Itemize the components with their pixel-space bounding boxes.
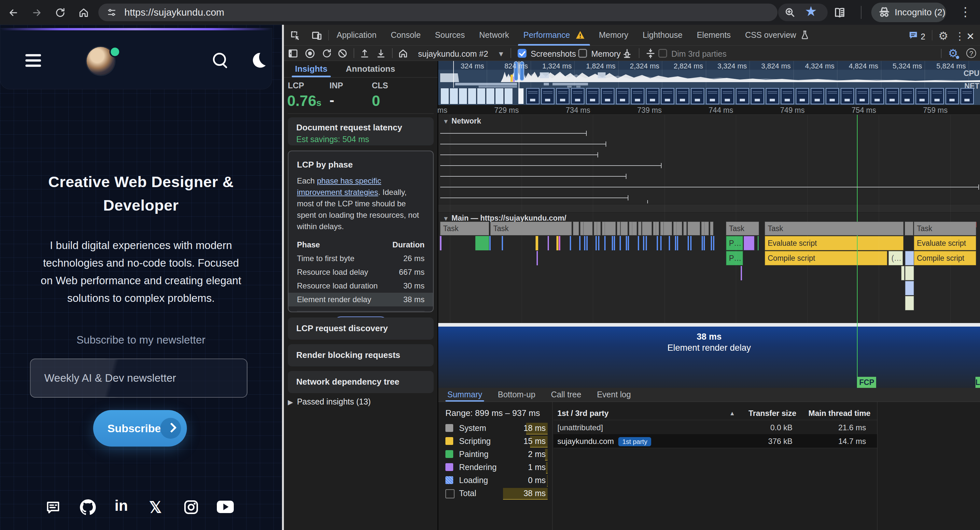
filmstrip-screenshot[interactable]: [616, 88, 629, 104]
screenshots-checkbox[interactable]: [518, 49, 527, 58]
beige-block-2[interactable]: [905, 296, 914, 310]
filmstrip-frame[interactable]: [459, 88, 467, 104]
filmstrip-screenshot[interactable]: [870, 88, 884, 104]
lcp-discovery-card[interactable]: LCP request discovery: [288, 318, 434, 340]
dark-mode-icon[interactable]: [250, 51, 267, 69]
filmstrip-screenshot[interactable]: [900, 88, 914, 104]
issues-icon[interactable]: [908, 30, 918, 40]
url-bar[interactable]: https://sujaykundu.com: [98, 3, 778, 21]
perf-settings-gear-icon[interactable]: ⚙: [948, 46, 958, 60]
filmstrip-screenshot[interactable]: [631, 88, 644, 104]
record-icon[interactable]: [305, 49, 315, 58]
blog-comment-icon[interactable]: [45, 499, 61, 515]
task-sliver[interactable]: [620, 222, 628, 235]
phase-row-load-delay[interactable]: Resource load delay667 ms: [288, 265, 433, 279]
task-sliver[interactable]: [656, 222, 659, 235]
task-sliver[interactable]: [597, 222, 601, 235]
screenshots-label[interactable]: Screenshots: [531, 49, 576, 59]
toggle-panel-icon[interactable]: [288, 48, 298, 59]
task-segment[interactable]: Task: [490, 222, 572, 235]
devtools-close-icon[interactable]: ✕: [966, 30, 974, 42]
legend-painting[interactable]: Painting2 ms: [445, 448, 547, 461]
tab-call-tree[interactable]: Call tree: [549, 388, 583, 402]
evaluate-script-block[interactable]: Evaluate script: [765, 236, 904, 250]
timeline-overview[interactable]: CPU NET 324 ms824 ms1,324 ms1,824 ms2,32…: [438, 61, 980, 105]
tab-elements[interactable]: Elements: [690, 25, 738, 46]
paint-block-2[interactable]: P…: [726, 251, 743, 265]
newsletter-input[interactable]: Weekly AI & Dev newsletter: [30, 359, 247, 398]
record-reload-icon[interactable]: [322, 48, 332, 59]
tab-performance[interactable]: Performance: [516, 25, 592, 46]
row-unattributed[interactable]: [unattributed]: [557, 423, 603, 432]
legend-scripting[interactable]: Scripting15 ms: [445, 435, 547, 448]
task-segment[interactable]: Task: [914, 222, 976, 235]
network-request-line[interactable]: [440, 187, 978, 187]
menu-icon[interactable]: [25, 54, 41, 70]
devtools-menu-icon[interactable]: ⋮: [955, 30, 965, 42]
beige-block-1[interactable]: [905, 266, 914, 280]
lcp-badge-clipped[interactable]: L: [975, 377, 980, 388]
filmstrip-screenshot[interactable]: [571, 88, 584, 104]
filmstrip-screenshot[interactable]: [556, 88, 570, 104]
tab-summary[interactable]: Summary: [445, 388, 484, 402]
home-icon[interactable]: [78, 7, 89, 18]
filmstrip-screenshot[interactable]: [586, 88, 600, 104]
doc-latency-card[interactable]: Document request latency Est savings: 50…: [288, 117, 434, 145]
task-sliver[interactable]: [660, 222, 663, 235]
settings-gear-icon[interactable]: ⚙: [938, 29, 948, 42]
garbage-collect-icon[interactable]: [622, 48, 632, 59]
toolbar-home-icon[interactable]: [398, 48, 408, 59]
task-sliver[interactable]: [632, 222, 637, 235]
cache-script-block[interactable]: (…: [889, 251, 903, 265]
filmstrip-screenshot[interactable]: [676, 88, 689, 104]
zoom-search-icon[interactable]: [784, 6, 796, 18]
youtube-icon[interactable]: [217, 501, 234, 513]
fit-window-icon[interactable]: [645, 48, 656, 59]
tab-console[interactable]: Console: [383, 25, 428, 46]
filmstrip-screenshot[interactable]: [796, 88, 809, 104]
tab-event-log[interactable]: Event log: [595, 388, 633, 402]
network-request-line[interactable]: [440, 144, 606, 144]
task-sliver[interactable]: [704, 222, 709, 235]
legend-system[interactable]: System18 ms: [445, 422, 547, 435]
filmstrip-screenshot[interactable]: [856, 88, 869, 104]
lcp-phase-card[interactable]: LCP by phase Each phase has specific imp…: [288, 151, 434, 312]
phase-row-render-delay[interactable]: Element render delay38 ms: [288, 293, 433, 307]
compile-script-block-2[interactable]: Compile script: [914, 251, 976, 265]
network-request-line[interactable]: [440, 165, 661, 166]
main-track-header[interactable]: ▼Main — https://sujaykundu.com/: [443, 214, 566, 223]
legend-loading[interactable]: Loading0 ms: [445, 474, 547, 487]
filmstrip-frame[interactable]: [487, 88, 494, 104]
task-segment[interactable]: [905, 222, 913, 235]
filmstrip-screenshot[interactable]: [931, 88, 944, 104]
filmstrip-screenshot[interactable]: [691, 88, 704, 104]
memory-checkbox[interactable]: [578, 49, 587, 58]
tab-memory[interactable]: Memory: [592, 25, 636, 46]
filmstrip-screenshot[interactable]: [751, 88, 764, 104]
url-text[interactable]: https://sujaykundu.com: [124, 7, 224, 18]
row-firstparty[interactable]: sujaykundu.com1st party: [557, 437, 651, 446]
reading-list-icon[interactable]: [834, 6, 846, 19]
task-sliver[interactable]: [580, 222, 584, 235]
github-icon[interactable]: [80, 499, 96, 516]
network-request-line[interactable]: [440, 198, 628, 198]
network-request-line[interactable]: [440, 133, 586, 134]
task-sliver[interactable]: [584, 222, 593, 235]
filmstrip-screenshot[interactable]: [706, 88, 719, 104]
filmstrip-screenshot[interactable]: [601, 88, 614, 104]
reload-icon[interactable]: [55, 7, 66, 18]
filmstrip-screenshot[interactable]: [826, 88, 839, 104]
filmstrip-frame[interactable]: [477, 88, 485, 104]
search-icon[interactable]: [213, 53, 226, 66]
tab-lighthouse[interactable]: Lighthouse: [636, 25, 690, 46]
back-icon[interactable]: [8, 7, 19, 18]
bookmark-star-icon[interactable]: ★: [805, 3, 817, 19]
legend-total[interactable]: Total38 ms: [445, 487, 547, 500]
filmstrip-screenshot[interactable]: [811, 88, 824, 104]
task-segment[interactable]: Task: [440, 222, 489, 235]
filmstrip-screenshot[interactable]: [961, 88, 974, 104]
element-render-delay-band[interactable]: 38 ms Element render delay: [438, 327, 980, 388]
network-request-line[interactable]: [440, 155, 597, 155]
filmstrip-screenshot[interactable]: [541, 88, 554, 104]
filmstrip-frame[interactable]: [468, 88, 476, 104]
